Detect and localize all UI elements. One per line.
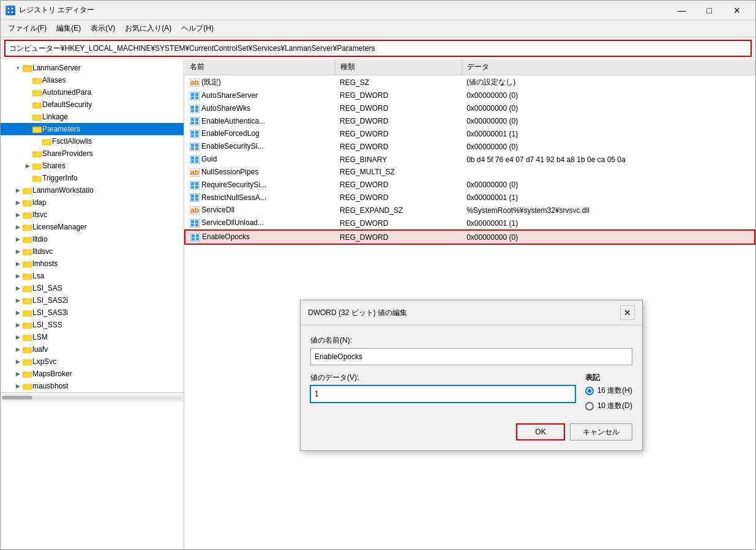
table-row[interactable]: AutoShareServerREG_DWORD0x00000000 (0) <box>185 89 755 102</box>
tree-item-defaultsecurity[interactable]: DefaultSecurity <box>1 98 184 111</box>
tree-label-lsa: Lsa <box>32 272 44 280</box>
table-row[interactable]: abNullSessionPipesREG_MULTI_SZ <box>185 166 755 179</box>
folder-open-icon-parameters <box>32 125 42 133</box>
svg-rect-102 <box>191 198 194 201</box>
expand-icon-mapsbroker[interactable]: ▶ <box>13 369 23 379</box>
tree-item-autotunedpara[interactable]: AutotunedPara <box>1 86 184 98</box>
expand-icon-ldap[interactable]: ▶ <box>13 198 23 207</box>
svg-rect-2 <box>7 11 10 13</box>
expand-icon-lsa[interactable]: ▶ <box>13 271 23 281</box>
folder-icon-lsi-sss <box>23 321 32 329</box>
expand-icon-luafv[interactable]: ▶ <box>13 344 23 354</box>
table-row[interactable]: RequireSecuritySi...REG_DWORD0x00000000 … <box>185 179 755 191</box>
tree-item-lltdio[interactable]: ▶ lltdio <box>1 233 184 245</box>
radio-hex-label: 16 進数(H) <box>597 385 632 396</box>
svg-rect-10 <box>32 91 36 92</box>
expand-icon-lfsvc[interactable]: ▶ <box>13 210 23 220</box>
tree-item-fsctlallowlis[interactable]: FsctlAllowlis <box>1 135 184 147</box>
tree-item-lanmanserver[interactable]: ▾ LanmanServer <box>1 62 184 74</box>
expand-icon-shares[interactable]: ▶ <box>23 161 32 171</box>
tree-item-aliases[interactable]: Aliases <box>1 74 184 86</box>
expand-icon-mausbhost[interactable]: ▶ <box>13 381 23 391</box>
tree-item-lanmanworkstatio[interactable]: ▶ LanmanWorkstatio <box>1 184 184 196</box>
expand-icon-lmhosts[interactable]: ▶ <box>13 259 23 269</box>
cell-data: 0x00000001 (1) <box>462 217 755 230</box>
expand-icon-lanmanworkstatio[interactable]: ▶ <box>13 185 23 195</box>
tree-item-shareproviders[interactable]: ShareProviders <box>1 147 184 160</box>
svg-rect-83 <box>191 144 194 147</box>
radio-dec[interactable]: 10 進数(D) <box>585 401 632 411</box>
tree-item-lmhosts[interactable]: ▶ lmhosts <box>1 258 184 270</box>
expand-icon-lsi-sas2i[interactable]: ▶ <box>13 295 23 305</box>
menu-help[interactable]: ヘルプ(H) <box>176 21 219 35</box>
tree-item-lfsvc[interactable]: ▶ lfsvc <box>1 209 184 221</box>
address-bar[interactable]: コンピューター¥HKEY_LOCAL_MACHINE¥SYSTEM¥Curren… <box>4 40 752 57</box>
ok-button[interactable]: OK <box>516 423 565 440</box>
minimize-button[interactable]: — <box>668 4 695 17</box>
cell-type: REG_DWORD <box>335 217 462 230</box>
menu-file[interactable]: ファイル(F) <box>3 21 51 35</box>
tree-item-shares[interactable]: ▶ Shares <box>1 160 184 172</box>
sidebar-scrollbar[interactable] <box>1 392 184 402</box>
expand-icon-lsm[interactable]: ▶ <box>13 332 23 342</box>
tree-item-ldap[interactable]: ▶ ldap <box>1 196 184 209</box>
tree-item-mapsbroker[interactable]: ▶ MapsBroker <box>1 368 184 380</box>
expand-icon-lltdio[interactable]: ▶ <box>13 234 23 244</box>
maximize-button[interactable]: □ <box>695 4 723 17</box>
table-row[interactable]: ServiceDllUnload...REG_DWORD0x00000001 (… <box>185 217 755 230</box>
tree-item-mausbhost[interactable]: ▶ mausbhost <box>1 380 184 392</box>
expand-icon-parameters[interactable]: ▾ <box>23 124 32 134</box>
cancel-button[interactable]: キャンセル <box>570 423 632 440</box>
close-button[interactable]: ✕ <box>723 4 750 17</box>
table-row[interactable]: GuidREG_BINARY0b d4 5f 76 e4 07 d7 41 92… <box>185 153 755 166</box>
expand-icon-lsi-sas3i[interactable]: ▶ <box>13 308 23 318</box>
dialog-close-button[interactable]: ✕ <box>620 305 635 320</box>
table-row[interactable]: abServiceDllREG_EXPAND_SZ%SystemRoot%¥sy… <box>185 204 755 217</box>
data-input[interactable] <box>310 385 575 403</box>
tree-item-lsi-sas[interactable]: ▶ LSI_SAS <box>1 282 184 294</box>
tree-item-lltdsvc[interactable]: ▶ lltdsvc <box>1 245 184 258</box>
title-bar-left: レジストリ エディター <box>6 5 94 15</box>
svg-rect-78 <box>191 131 194 134</box>
tree-item-lxpsvc[interactable]: ▶ LxpSvc <box>1 355 184 368</box>
tree-item-lsi-sss[interactable]: ▶ LSI_SSS <box>1 319 184 331</box>
tree-item-licensemanager[interactable]: ▶ LicenseManager <box>1 221 184 233</box>
tree-item-lsm[interactable]: ▶ LSM <box>1 331 184 343</box>
expand-icon-lxpsvc[interactable]: ▶ <box>13 357 23 366</box>
table-row[interactable]: EnableSecuritySi...REG_DWORD0x00000000 (… <box>185 140 755 153</box>
tree-item-lsi-sas2i[interactable]: ▶ LSI_SAS2i <box>1 294 184 307</box>
table-row[interactable]: EnableOpocksREG_DWORD0x00000000 (0) <box>185 230 755 244</box>
table-row[interactable]: ab(既定)REG_SZ(値の設定なし) <box>185 75 755 90</box>
tree-item-luafv[interactable]: ▶ luafv <box>1 343 184 355</box>
tree-item-lsi-sas3i[interactable]: ▶ LSI_SAS3i <box>1 307 184 319</box>
folder-icon-lanmanworkstatio <box>23 186 32 195</box>
folder-icon-luafv <box>23 345 32 354</box>
tree-item-triggerinfo[interactable]: TriggerInfo <box>1 172 184 184</box>
name-input[interactable] <box>310 348 632 365</box>
cell-type: REG_DWORD <box>335 127 462 140</box>
dword-icon <box>190 142 201 151</box>
folder-icon-lmhosts <box>23 259 32 268</box>
svg-rect-47 <box>23 311 26 313</box>
folder-icon-triggerinfo <box>32 174 42 182</box>
folder-icon-shares <box>32 162 42 170</box>
table-row[interactable]: AutoShareWksREG_DWORD0x00000000 (0) <box>185 102 755 115</box>
expand-icon-lanmanserver[interactable]: ▾ <box>13 63 23 73</box>
tree-item-linkage[interactable]: Linkage <box>1 111 184 123</box>
menu-edit[interactable]: 編集(E) <box>51 21 86 35</box>
table-row[interactable]: RestrictNullSessA...REG_DWORD0x00000001 … <box>185 191 755 204</box>
table-row[interactable]: EnableForcedLogREG_DWORD0x00000001 (1) <box>185 127 755 140</box>
tree-item-lsa[interactable]: ▶ Lsa <box>1 270 184 282</box>
menu-favorites[interactable]: お気に入り(A) <box>120 21 176 35</box>
data-row: 値のデータ(V): 表記 16 進数(H) <box>310 373 632 411</box>
expand-icon-lsi-sss[interactable]: ▶ <box>13 320 23 330</box>
expand-icon-lltdsvc[interactable]: ▶ <box>13 247 23 256</box>
table-row[interactable]: EnableAuthentica...REG_DWORD0x00000000 (… <box>185 115 755 128</box>
tree-label-lsi-sas3i: LSI_SAS3i <box>32 308 68 317</box>
dword-icon <box>190 117 201 125</box>
expand-icon-lsi-sas[interactable]: ▶ <box>13 283 23 293</box>
radio-hex[interactable]: 16 進数(H) <box>585 385 632 396</box>
menu-view[interactable]: 表示(V) <box>86 21 120 35</box>
expand-icon-licensemanager[interactable]: ▶ <box>13 222 23 232</box>
tree-item-parameters[interactable]: ▾ Parameters <box>1 123 184 135</box>
